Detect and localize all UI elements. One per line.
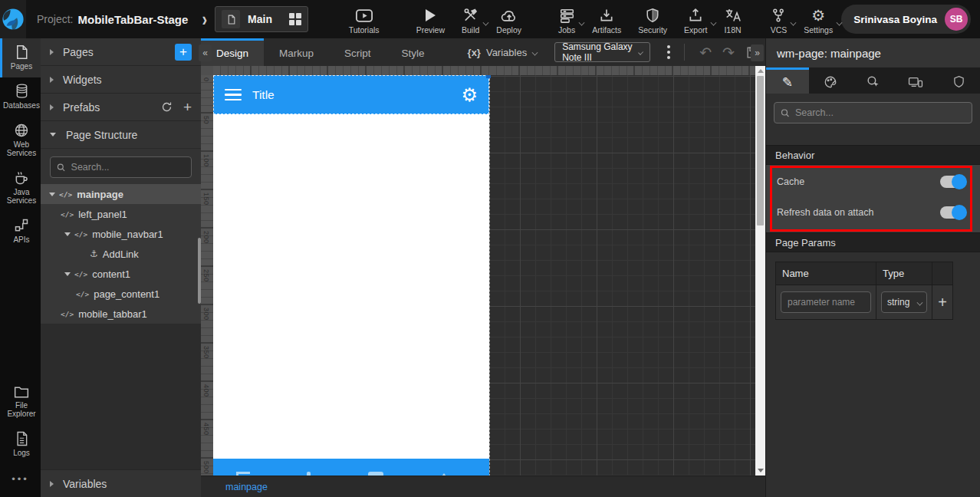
folder-icon: [14, 385, 29, 399]
user-menu[interactable]: Srinivasa Boyina SB: [841, 5, 971, 34]
chevron-down-icon: [917, 299, 923, 305]
tree-item-page-content1[interactable]: </> page_content1: [41, 284, 201, 304]
jobs-button[interactable]: Jobs: [550, 4, 584, 35]
param-type-select[interactable]: string: [881, 291, 927, 313]
i18n-button[interactable]: I18N: [715, 4, 749, 35]
tree-item-mainpage[interactable]: </> mainpage: [41, 184, 201, 204]
sidebar-item-java-services[interactable]: Java Services: [0, 164, 41, 212]
page-content-widget[interactable]: [213, 114, 489, 459]
expanded-caret-icon: [50, 133, 56, 137]
sidebar-item-file-explorer[interactable]: File Explorer: [0, 379, 41, 425]
code-icon: </>: [74, 230, 87, 239]
pencil-icon: ✎: [782, 74, 793, 90]
tabbar-list-icon: [236, 472, 250, 476]
mobile-navbar-widget[interactable]: Title ⚙: [213, 75, 489, 114]
tree-item-content1[interactable]: </> content1: [41, 264, 201, 284]
deploy-button[interactable]: Deploy: [488, 4, 530, 35]
caret-down-icon[interactable]: [61, 232, 74, 236]
undo-button[interactable]: ↶: [694, 44, 717, 61]
gear-icon[interactable]: ⚙: [461, 86, 478, 104]
sidebar-more-button[interactable]: •••: [0, 464, 41, 497]
expand-panel-button[interactable]: »: [751, 44, 764, 61]
search-input[interactable]: [71, 162, 185, 173]
export-button[interactable]: Export: [676, 4, 715, 35]
collapse-panel-button[interactable]: «: [199, 44, 212, 61]
mobile-tabbar-widget[interactable]: [213, 459, 489, 476]
scroll-up-icon[interactable]: [758, 69, 764, 73]
tutorials-button[interactable]: Tutorials: [340, 4, 388, 35]
tree-item-addlink[interactable]: ⚓ AddLink: [41, 244, 201, 264]
behavior-section-header[interactable]: Behavior: [766, 145, 980, 165]
caret-down-icon[interactable]: [45, 193, 59, 196]
sidebar-item-web-services[interactable]: Web Services: [0, 117, 41, 164]
preview-button[interactable]: Preview: [408, 4, 453, 35]
section-variables[interactable]: Variables: [41, 469, 201, 497]
artifacts-button[interactable]: Artifacts: [584, 4, 630, 35]
sidebar-item-logs[interactable]: Logs: [0, 425, 41, 464]
phone-preview[interactable]: Title ⚙: [213, 75, 489, 476]
grid-icon[interactable]: [289, 13, 301, 25]
caret-down-icon[interactable]: [61, 272, 74, 276]
hamburger-menu-icon[interactable]: [225, 89, 242, 101]
canvas-scrollbar[interactable]: [755, 66, 765, 476]
page-selector[interactable]: Main: [215, 6, 308, 32]
security-shield-icon: [646, 7, 659, 24]
navbar-title: Title: [252, 88, 461, 102]
wavemaker-logo[interactable]: [0, 0, 26, 38]
properties-search-input[interactable]: [795, 107, 965, 118]
collapsed-caret-icon: [50, 77, 54, 83]
tab-script[interactable]: Script: [329, 38, 386, 66]
section-widgets[interactable]: Widgets: [41, 66, 201, 94]
wavemaker-logo-icon: [0, 6, 26, 32]
scroll-down-icon[interactable]: [758, 469, 764, 472]
vertical-ruler: 050100150200250300350400450500: [201, 75, 213, 476]
column-header-name: Name: [776, 262, 876, 285]
tab-devices[interactable]: [894, 67, 937, 94]
refresh-icon[interactable]: [161, 101, 173, 113]
sidebar-item-apis[interactable]: APIs: [0, 212, 41, 251]
page-tab-mainpage[interactable]: mainpage: [225, 482, 268, 492]
tree-item-mobile-navbar1[interactable]: </> mobile_navbar1: [41, 224, 201, 244]
selection-handle[interactable]: [486, 75, 491, 78]
sidebar-item-databases[interactable]: Databases: [0, 77, 41, 117]
tutorials-play-icon: [356, 7, 373, 24]
add-page-button[interactable]: +: [175, 44, 192, 61]
settings-button[interactable]: ⚙ Settings: [795, 4, 841, 35]
device-select[interactable]: Samsung Galaxy Note III: [554, 42, 650, 62]
tree-item-left-panel1[interactable]: </> left_panel1: [41, 204, 201, 224]
user-name: Srinivasa Boyina: [853, 14, 937, 25]
ruler-row: [201, 66, 765, 75]
cursor-search-icon: [866, 74, 880, 89]
pages-icon: [15, 44, 28, 60]
param-name-input[interactable]: [781, 291, 871, 313]
tab-style[interactable]: Style: [386, 38, 440, 66]
collapsed-caret-icon: [50, 104, 54, 110]
project-breadcrumb: Project: MobileTabBar-Stage: [37, 13, 188, 26]
tab-markup[interactable]: Markup: [264, 38, 329, 66]
build-button[interactable]: Build: [453, 4, 488, 35]
more-options-kebab-icon[interactable]: [663, 42, 675, 62]
sidebar-item-pages[interactable]: Pages: [0, 38, 41, 77]
section-pages[interactable]: Pages +: [41, 38, 201, 66]
scrollbar-thumb[interactable]: [757, 76, 764, 225]
vcs-button[interactable]: VCS: [762, 4, 796, 35]
section-prefabs[interactable]: Prefabs +: [41, 94, 201, 121]
page-params-section-header[interactable]: Page Params: [766, 232, 980, 252]
section-page-structure[interactable]: Page Structure: [41, 121, 201, 149]
add-param-button[interactable]: +: [937, 295, 948, 310]
redo-button[interactable]: ↷: [717, 44, 740, 61]
refresh-data-toggle[interactable]: [940, 206, 966, 219]
design-canvas[interactable]: 050100150200250300350400450500 Title ⚙: [201, 75, 765, 476]
variables-menu[interactable]: {x} Variables: [468, 47, 538, 58]
security-button[interactable]: Security: [630, 4, 676, 35]
tab-properties[interactable]: ✎: [766, 67, 809, 94]
add-prefab-icon[interactable]: +: [183, 99, 192, 116]
tab-security-rules[interactable]: [937, 67, 980, 94]
tab-styles[interactable]: [809, 67, 852, 94]
tree-item-mobile-tabbar1[interactable]: </> mobile_tabbar1: [41, 304, 201, 324]
inspector-tabs: ✎: [766, 67, 980, 94]
breadcrumb-chevron-icon[interactable]: ›: [202, 8, 207, 31]
jobs-server-icon: [559, 7, 575, 24]
cache-toggle[interactable]: [940, 176, 966, 188]
tab-events[interactable]: [852, 67, 895, 94]
